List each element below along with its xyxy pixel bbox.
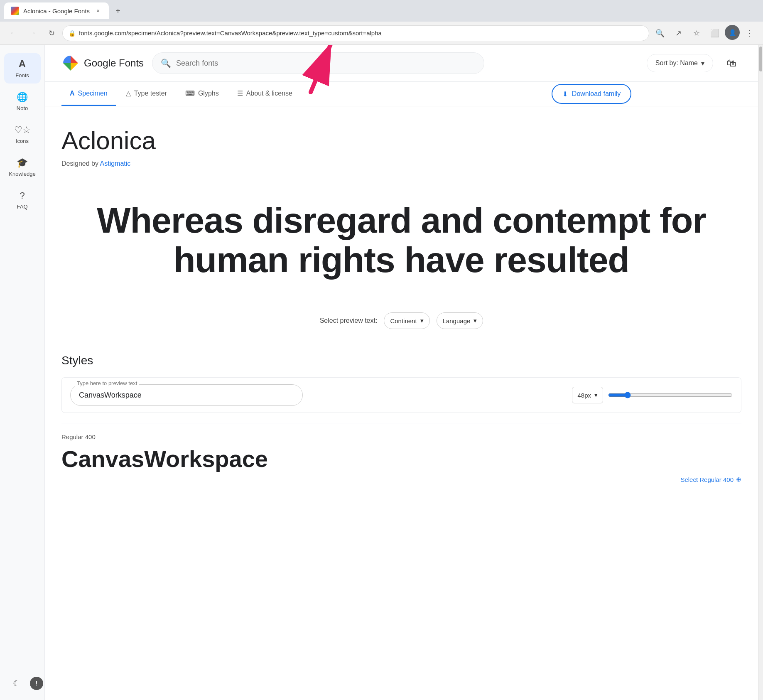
- tab-about[interactable]: ☰ About & license: [229, 82, 301, 106]
- cart-button[interactable]: 🛍: [721, 53, 741, 73]
- font-style-name: Regular 400: [61, 433, 741, 440]
- knowledge-icon: 🎓: [17, 157, 28, 168]
- download-area: ⬇ Download family: [302, 84, 631, 104]
- scrollbar-thumb[interactable]: [759, 47, 762, 71]
- preview-text-input[interactable]: [70, 384, 303, 406]
- sort-arrow-icon: ▾: [701, 59, 704, 67]
- continent-dropdown[interactable]: Continent ▾: [384, 312, 429, 329]
- gf-tabs: A Specimen △ Type tester ⌨ Glyphs ☰ Abou…: [45, 82, 758, 106]
- lock-icon: 🔒: [69, 30, 76, 37]
- continent-label: Continent: [390, 317, 417, 324]
- type-tester-icon: △: [126, 89, 131, 97]
- new-tab-button[interactable]: +: [110, 3, 125, 18]
- dark-mode-button[interactable]: ☾: [8, 675, 25, 692]
- page-content: Google Fonts 🔍 Sort by: Name ▾ 🛍 A Speci…: [45, 45, 758, 700]
- sidebar-item-icons[interactable]: ♡☆ Icons: [4, 120, 41, 149]
- select-font-icon: ⊕: [736, 476, 741, 483]
- download-icon: ⬇: [562, 90, 568, 98]
- font-style-row: Regular 400 CanvasWorkspace Select Regul…: [61, 423, 741, 493]
- size-value: 48px: [577, 392, 591, 399]
- sort-label: Sort by: Name: [655, 59, 698, 67]
- tab-glyphs[interactable]: ⌨ Glyphs: [177, 82, 227, 106]
- address-bar[interactable]: 🔒 fonts.google.com/specimen/Aclonica?pre…: [62, 25, 649, 41]
- faq-icon: ?: [20, 190, 25, 201]
- about-icon: ☰: [237, 89, 243, 97]
- fonts-icon: A: [19, 58, 26, 70]
- continent-arrow: ▾: [420, 317, 424, 324]
- active-tab[interactable]: Aclonica - Google Fonts ×: [4, 2, 109, 19]
- size-select-button[interactable]: 48px ▾: [572, 387, 603, 403]
- language-label: Language: [443, 317, 471, 324]
- profile-button[interactable]: 👤: [725, 25, 740, 40]
- sidebar-item-fonts[interactable]: A Fonts: [4, 53, 41, 84]
- sidebar-label-fonts: Fonts: [15, 72, 29, 79]
- browser-window: Aclonica - Google Fonts × + ← → ↻ 🔒 font…: [0, 0, 763, 700]
- language-arrow: ▾: [474, 317, 477, 324]
- tab-type-tester-label: Type tester: [134, 90, 167, 97]
- bottom-bar: ☾ !: [8, 675, 43, 692]
- designer-link[interactable]: Astigmatic: [100, 160, 131, 167]
- sidebar-label-noto: Noto: [17, 105, 28, 111]
- font-designer: Designed by Astigmatic: [61, 160, 741, 167]
- glyphs-icon: ⌨: [185, 89, 195, 97]
- preview-controls: Select preview text: Continent ▾ Languag…: [45, 304, 758, 346]
- sidebar-item-faq[interactable]: ? FAQ: [4, 185, 41, 215]
- preview-input-label: Type here to preview text: [75, 380, 139, 386]
- tab-about-label: About & license: [246, 90, 292, 97]
- download-label: Download family: [572, 90, 621, 98]
- menu-button[interactable]: ⋮: [741, 25, 758, 42]
- back-button[interactable]: ←: [5, 25, 22, 42]
- tab-glyphs-label: Glyphs: [198, 90, 219, 97]
- tab-bar: Aclonica - Google Fonts × +: [0, 0, 763, 22]
- split-screen-button[interactable]: ⬜: [707, 25, 723, 42]
- gf-logo-text: Google Fonts: [84, 57, 144, 69]
- font-heading: Aclonica Designed by Astigmatic: [45, 106, 758, 176]
- select-font-label: Select Regular 400: [680, 476, 734, 483]
- gf-logo[interactable]: Google Fonts: [61, 54, 144, 72]
- sort-button[interactable]: Sort by: Name ▾: [647, 54, 713, 72]
- refresh-button[interactable]: ↻: [43, 25, 60, 42]
- preview-text-input-wrapper: Type here to preview text: [70, 384, 562, 406]
- tab-specimen-label: Specimen: [78, 90, 108, 97]
- sidebar-item-knowledge[interactable]: 🎓 Knowledge: [4, 152, 41, 182]
- search-icon-btn[interactable]: 🔍: [652, 25, 668, 42]
- url-text: fonts.google.com/specimen/Aclonica?previ…: [79, 29, 382, 37]
- size-slider[interactable]: [608, 392, 733, 398]
- main-area: A Fonts 🌐 Noto ♡☆ Icons 🎓 Knowledge ? FA…: [0, 45, 763, 700]
- share-button[interactable]: ↗: [670, 25, 687, 42]
- gf-header: Google Fonts 🔍 Sort by: Name ▾ 🛍: [45, 45, 758, 82]
- scrollbar[interactable]: [758, 45, 763, 700]
- font-preview-area: Whereas disregard and contempt for human…: [45, 176, 758, 304]
- styles-input-area: Type here to preview text 48px ▾: [61, 377, 741, 413]
- search-input[interactable]: [176, 59, 476, 68]
- tab-close-button[interactable]: ×: [94, 7, 102, 15]
- preview-controls-label: Select preview text:: [320, 317, 378, 324]
- tab-title: Aclonica - Google Fonts: [23, 7, 90, 15]
- language-dropdown[interactable]: Language ▾: [437, 312, 483, 329]
- font-style-preview: CanvasWorkspace: [61, 445, 741, 472]
- noto-icon: 🌐: [17, 92, 28, 103]
- search-bar[interactable]: 🔍: [152, 52, 484, 74]
- styles-section: Styles Type here to preview text 48px ▾: [45, 346, 758, 501]
- error-badge[interactable]: !: [30, 677, 43, 690]
- sidebar-label-knowledge: Knowledge: [9, 171, 35, 177]
- size-control: 48px ▾: [572, 387, 733, 403]
- google-fonts-logo-mark: [61, 54, 80, 72]
- font-name: Aclonica: [61, 126, 741, 155]
- icons-icon: ♡☆: [14, 125, 31, 135]
- download-family-button[interactable]: ⬇ Download family: [552, 84, 631, 104]
- select-regular-button[interactable]: Select Regular 400 ⊕: [680, 476, 741, 483]
- sidebar-item-noto[interactable]: 🌐 Noto: [4, 87, 41, 116]
- preview-text: Whereas disregard and contempt for human…: [61, 201, 741, 279]
- tab-specimen[interactable]: A Specimen: [61, 82, 116, 106]
- font-style-actions: Select Regular 400 ⊕: [61, 476, 741, 483]
- sidebar: A Fonts 🌐 Noto ♡☆ Icons 🎓 Knowledge ? FA…: [0, 45, 45, 700]
- search-icon: 🔍: [161, 58, 171, 68]
- tab-favicon: [11, 7, 19, 15]
- size-arrow: ▾: [594, 391, 598, 399]
- forward-button[interactable]: →: [24, 25, 41, 42]
- navigation-bar: ← → ↻ 🔒 fonts.google.com/specimen/Acloni…: [0, 22, 763, 45]
- nav-actions: 🔍 ↗ ☆ ⬜ 👤 ⋮: [652, 25, 758, 42]
- bookmark-button[interactable]: ☆: [688, 25, 705, 42]
- tab-type-tester[interactable]: △ Type tester: [118, 82, 175, 106]
